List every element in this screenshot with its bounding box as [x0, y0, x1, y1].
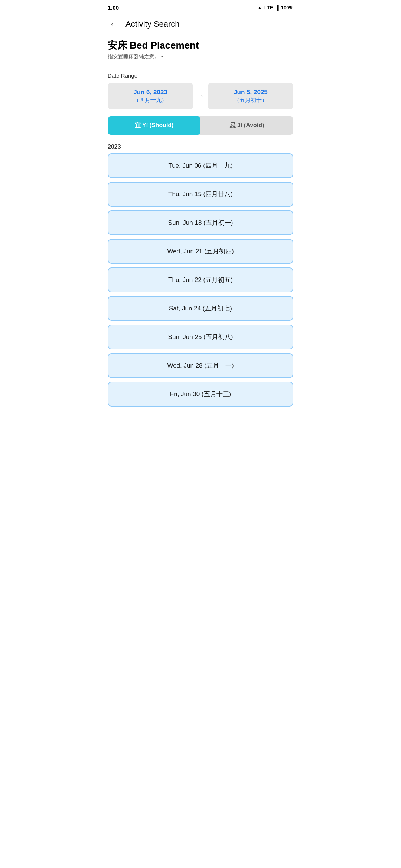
- date-list-item[interactable]: Fri, Jun 30 (五月十三): [108, 382, 293, 407]
- date-list-item[interactable]: Thu, Jun 15 (四月廿八): [108, 182, 293, 207]
- end-date-sub: （五月初十）: [212, 96, 290, 104]
- status-bar: 1:00 ▲ LTE ▐ 100%: [100, 0, 301, 14]
- toggle-avoid-button[interactable]: 忌 Jì (Avoid): [200, 116, 293, 135]
- activity-header: 安床 Bed Placement 指安置睡床卧铺之意。 -: [100, 36, 301, 66]
- end-date-button[interactable]: Jun 5, 2025 （五月初十）: [208, 83, 293, 109]
- date-range-row: Jun 6, 2023 （四月十九） → Jun 5, 2025 （五月初十）: [108, 83, 293, 109]
- year-label: 2023: [100, 141, 301, 153]
- toggle-section: 宜 Yí (Should) 忌 Jì (Avoid): [100, 115, 301, 141]
- start-date-main: Jun 6, 2023: [111, 88, 189, 96]
- date-list-item[interactable]: Wed, Jun 28 (五月十一): [108, 353, 293, 378]
- date-range-arrow-icon: →: [197, 92, 204, 100]
- status-time: 1:00: [108, 4, 119, 11]
- lte-label: LTE: [264, 5, 273, 10]
- date-range-section: Date Range Jun 6, 2023 （四月十九） → Jun 5, 2…: [100, 66, 301, 115]
- back-arrow-icon: ←: [110, 19, 118, 29]
- end-date-main: Jun 5, 2025: [212, 88, 290, 96]
- status-icons: ▲ LTE ▐ 100%: [257, 5, 293, 10]
- page-title: Activity Search: [125, 19, 180, 29]
- activity-name: 安床 Bed Placement: [108, 39, 293, 52]
- date-list-item[interactable]: Thu, Jun 22 (五月初五): [108, 267, 293, 292]
- date-list-item[interactable]: Sun, Jun 25 (五月初八): [108, 325, 293, 349]
- start-date-sub: （四月十九）: [111, 96, 189, 104]
- wifi-icon: ▲: [257, 5, 262, 10]
- start-date-button[interactable]: Jun 6, 2023 （四月十九）: [108, 83, 193, 109]
- date-list-item[interactable]: Wed, Jun 21 (五月初四): [108, 239, 293, 264]
- back-button[interactable]: ←: [106, 17, 121, 32]
- toggle-container: 宜 Yí (Should) 忌 Jì (Avoid): [108, 116, 293, 135]
- toggle-should-button[interactable]: 宜 Yí (Should): [108, 116, 200, 135]
- battery-label: 100%: [281, 5, 293, 10]
- date-list: Tue, Jun 06 (四月十九)Thu, Jun 15 (四月廿八)Sun,…: [100, 153, 301, 418]
- date-list-item[interactable]: Sat, Jun 24 (五月初七): [108, 296, 293, 321]
- signal-icon: ▐: [276, 5, 279, 10]
- date-list-item[interactable]: Tue, Jun 06 (四月十九): [108, 153, 293, 178]
- date-list-item[interactable]: Sun, Jun 18 (五月初一): [108, 210, 293, 235]
- activity-description: 指安置睡床卧铺之意。 -: [108, 53, 293, 60]
- top-nav: ← Activity Search: [100, 14, 301, 36]
- date-range-label: Date Range: [108, 72, 293, 79]
